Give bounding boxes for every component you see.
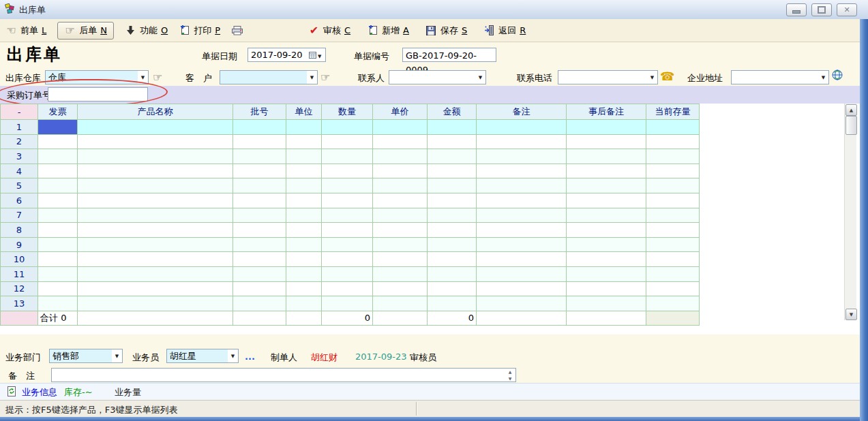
grid-cell[interactable] bbox=[428, 163, 477, 178]
grid-cell[interactable] bbox=[428, 223, 477, 238]
grid-cell[interactable] bbox=[286, 281, 322, 296]
row-number[interactable]: 6 bbox=[1, 193, 38, 208]
grid-cell[interactable] bbox=[322, 163, 373, 178]
grid-cell[interactable] bbox=[567, 149, 646, 164]
contact-select[interactable]: ▼ bbox=[389, 70, 486, 84]
grid-cell[interactable] bbox=[38, 149, 78, 164]
grid-cell[interactable] bbox=[646, 149, 700, 164]
row-number[interactable]: 4 bbox=[1, 163, 38, 178]
grid-cell[interactable] bbox=[286, 237, 322, 252]
grid-cell[interactable] bbox=[373, 193, 428, 208]
grid-cell[interactable] bbox=[286, 134, 322, 149]
prev-doc-button[interactable]: ☜ 前单L bbox=[5, 25, 46, 37]
row-number[interactable]: 11 bbox=[1, 266, 38, 281]
grid-cell[interactable] bbox=[233, 252, 286, 267]
return-button[interactable]: 返回R bbox=[483, 25, 526, 37]
po-number-field[interactable] bbox=[48, 87, 148, 102]
grid-cell[interactable] bbox=[38, 252, 78, 267]
grid-cell[interactable] bbox=[78, 266, 233, 281]
grid-cell[interactable] bbox=[428, 120, 477, 135]
grid-cell[interactable] bbox=[322, 208, 373, 223]
grid-cell[interactable] bbox=[78, 237, 233, 252]
grid-cell[interactable] bbox=[322, 178, 373, 193]
grid-cell[interactable] bbox=[567, 208, 646, 223]
grid-cell[interactable] bbox=[477, 266, 567, 281]
row-number[interactable]: 2 bbox=[1, 134, 38, 149]
grid-cell[interactable] bbox=[233, 266, 286, 281]
grid-cell[interactable] bbox=[646, 237, 700, 252]
grid-cell[interactable] bbox=[233, 193, 286, 208]
grid-vertical-scrollbar[interactable]: ▲ ▼ bbox=[844, 104, 856, 320]
scrollbar-thumb[interactable] bbox=[845, 116, 857, 135]
grid-cell[interactable] bbox=[38, 281, 78, 296]
grid-cell[interactable] bbox=[233, 237, 286, 252]
grid-cell[interactable] bbox=[428, 193, 477, 208]
grid-cell[interactable] bbox=[38, 193, 78, 208]
grid-cell[interactable] bbox=[286, 296, 322, 311]
grid-cell[interactable] bbox=[78, 178, 233, 193]
business-volume-link[interactable]: 业务量 bbox=[115, 386, 141, 399]
grid-cell[interactable] bbox=[373, 252, 428, 267]
grid-cell[interactable] bbox=[477, 149, 567, 164]
clerk-select[interactable]: 胡红星 ▼ bbox=[166, 349, 239, 363]
grid-cell[interactable] bbox=[233, 208, 286, 223]
grid-cell[interactable] bbox=[233, 163, 286, 178]
grid-cell-selected[interactable] bbox=[38, 120, 78, 135]
restore-button[interactable] bbox=[811, 3, 832, 16]
grid-cell[interactable] bbox=[78, 163, 233, 178]
grid-cell[interactable] bbox=[286, 163, 322, 178]
grid-cell[interactable] bbox=[78, 296, 233, 311]
grid-cell[interactable] bbox=[286, 223, 322, 238]
minimize-button[interactable] bbox=[786, 3, 807, 16]
grid-cell[interactable] bbox=[373, 266, 428, 281]
grid-cell[interactable] bbox=[428, 266, 477, 281]
address-select[interactable]: ▼ bbox=[731, 70, 829, 84]
grid-cell[interactable] bbox=[322, 281, 373, 296]
grid-cell[interactable] bbox=[428, 149, 477, 164]
grid-cell[interactable] bbox=[373, 163, 428, 178]
grid-cell[interactable] bbox=[428, 208, 477, 223]
remark-field[interactable]: ▲▼ bbox=[51, 368, 516, 382]
grid-cell[interactable] bbox=[322, 149, 373, 164]
row-number[interactable]: 12 bbox=[1, 281, 38, 296]
grid-cell[interactable] bbox=[286, 149, 322, 164]
grid-cell[interactable] bbox=[646, 223, 700, 238]
globe-icon[interactable] bbox=[832, 69, 843, 82]
picker-hand-icon[interactable]: ☞ bbox=[320, 71, 330, 84]
grid-cell[interactable] bbox=[78, 149, 233, 164]
grid-cell[interactable] bbox=[477, 120, 567, 135]
grid-cell[interactable] bbox=[233, 178, 286, 193]
grid-cell[interactable] bbox=[78, 252, 233, 267]
grid-cell[interactable] bbox=[477, 223, 567, 238]
telephone-icon[interactable]: ☎ bbox=[660, 69, 674, 83]
grid-cell[interactable] bbox=[646, 252, 700, 267]
close-button[interactable]: ✕ bbox=[837, 3, 857, 16]
grid-cell[interactable] bbox=[233, 296, 286, 311]
grid-cell[interactable] bbox=[373, 178, 428, 193]
grid-cell[interactable] bbox=[286, 120, 322, 135]
grid-cell[interactable] bbox=[567, 120, 646, 135]
functions-button[interactable]: 功能O bbox=[125, 25, 168, 37]
grid-cell[interactable] bbox=[373, 134, 428, 149]
grid-cell[interactable] bbox=[38, 208, 78, 223]
picker-hand-icon[interactable]: ☞ bbox=[153, 71, 162, 84]
grid-cell[interactable] bbox=[646, 281, 700, 296]
grid-cell[interactable] bbox=[477, 178, 567, 193]
grid-cell[interactable] bbox=[646, 296, 700, 311]
business-info-link[interactable]: 业务信息 bbox=[22, 386, 57, 399]
grid-cell[interactable] bbox=[428, 178, 477, 193]
grid-cell[interactable] bbox=[286, 208, 322, 223]
grid-cell[interactable] bbox=[646, 178, 700, 193]
grid-cell[interactable] bbox=[373, 223, 428, 238]
grid-cell[interactable] bbox=[38, 296, 78, 311]
stock-link[interactable]: 库存-~ bbox=[64, 386, 93, 399]
grid-cell[interactable] bbox=[428, 252, 477, 267]
spinner-up-down-icon[interactable]: ▲▼ bbox=[506, 370, 514, 381]
row-number[interactable]: 10 bbox=[1, 252, 38, 267]
grid-cell[interactable] bbox=[78, 223, 233, 238]
scroll-up-icon[interactable]: ▲ bbox=[845, 104, 857, 116]
grid-cell[interactable] bbox=[373, 296, 428, 311]
grid-cell[interactable] bbox=[38, 237, 78, 252]
grid-cell[interactable] bbox=[567, 193, 646, 208]
grid-cell[interactable] bbox=[428, 281, 477, 296]
